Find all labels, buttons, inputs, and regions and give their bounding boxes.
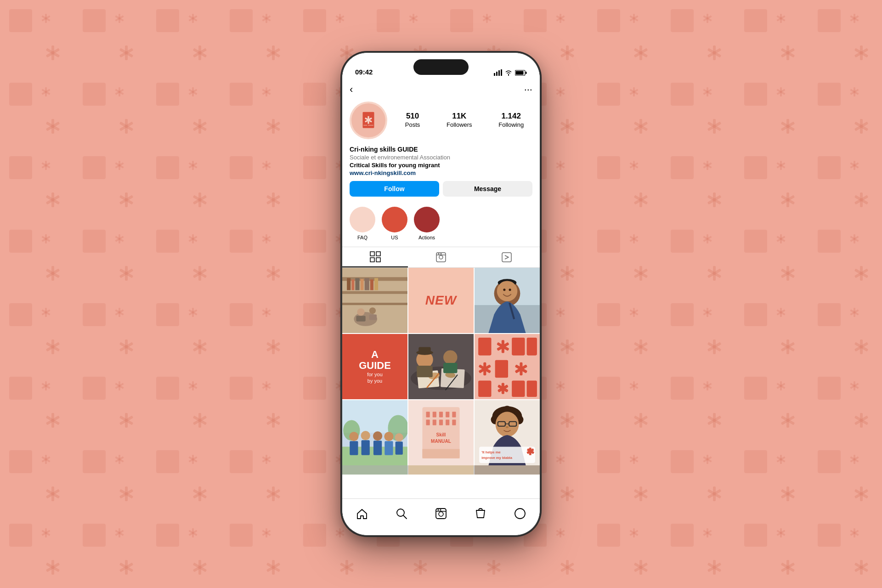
post-image-1 [342,268,407,333]
post-new-card: NEW [408,268,474,333]
svg-point-102 [384,432,393,441]
message-button[interactable]: Message [443,181,532,197]
svg-rect-11 [498,70,500,76]
tab-grid[interactable] [342,247,408,267]
home-icon [356,508,368,520]
post-pattern-card [475,334,540,399]
stat-followers[interactable]: 11K Followers [447,112,472,129]
stat-posts[interactable]: 510 Posts [405,112,420,129]
post-3[interactable] [475,268,540,333]
svg-rect-14 [516,71,524,74]
profile-nav-icon [514,508,526,520]
highlight-circle-us [382,207,407,232]
highlight-actions[interactable]: Actions [414,207,440,240]
svg-rect-22 [370,252,374,256]
post-guide-text: A GUIDE for youby you [355,345,395,388]
profile-header: 510 Posts 11K Followers 1.142 Following [342,100,540,202]
post-7[interactable] [342,400,407,465]
svg-rect-46 [356,316,365,321]
svg-rect-97 [350,441,358,455]
svg-point-145 [440,509,441,510]
svg-rect-42 [374,278,378,290]
reels-nav[interactable] [431,503,451,524]
profile-top: 510 Posts 11K Followers 1.142 Following [350,102,532,139]
svg-rect-85 [478,380,491,397]
back-button[interactable]: ‹ [350,84,353,96]
profile-nav[interactable] [510,503,530,524]
svg-point-144 [438,509,439,510]
svg-rect-35 [342,303,407,305]
svg-rect-81 [495,360,508,378]
tab-reels[interactable] [408,247,474,267]
search-icon [396,508,407,520]
instagram-content[interactable]: ‹ ··· [342,79,540,508]
post-manual-card: Skill MANUAL [408,400,474,465]
svg-rect-109 [433,412,436,417]
tab-tagged[interactable] [474,247,540,267]
svg-point-45 [369,307,376,314]
avatar-logo [357,109,380,132]
post-new-text: NEW [425,293,457,308]
svg-rect-24 [370,258,374,262]
svg-rect-34 [342,291,407,294]
status-time: 09:42 [355,68,373,76]
more-button[interactable]: ··· [524,84,532,96]
svg-point-100 [373,431,382,441]
posts-label: Posts [405,121,420,129]
svg-point-96 [349,432,358,441]
svg-rect-21 [368,125,373,125]
profile-name: Cri-nking skills GUIDE [350,146,532,153]
profile-link[interactable]: www.cri-nkingskill.com [350,170,532,176]
highlights-row: FAQ US Actions [342,202,540,247]
svg-rect-90 [527,380,537,397]
shop-icon [475,508,486,520]
reels-icon [435,252,447,263]
svg-rect-31 [502,253,511,262]
highlight-us[interactable]: US [382,207,407,240]
post-5[interactable] [408,334,474,399]
svg-rect-20 [363,125,367,125]
svg-rect-111 [446,412,449,417]
post-9[interactable]: 'It helps me improve my blabla [475,400,540,465]
highlight-faq[interactable]: FAQ [350,207,375,240]
stat-following[interactable]: 1.142 Following [498,112,524,129]
svg-point-69 [443,351,457,364]
avatar[interactable] [350,102,387,139]
svg-rect-70 [443,363,457,373]
search-nav[interactable] [391,503,412,524]
svg-point-132 [506,426,509,428]
svg-text:Skill: Skill [436,432,446,437]
svg-rect-10 [496,72,498,76]
status-icons [494,69,527,76]
svg-rect-110 [439,412,443,417]
guide-text-foryou: for youby you [359,371,391,384]
svg-rect-9 [494,73,495,76]
svg-rect-37 [351,279,354,290]
highlight-label-faq: FAQ [357,235,368,240]
svg-rect-115 [439,420,443,425]
shop-nav[interactable] [470,503,491,524]
follow-button[interactable]: Follow [350,181,439,197]
svg-rect-120 [422,449,459,458]
highlight-circle-faq [350,207,375,232]
profile-description: Critical Skills for young migrant [350,162,532,169]
svg-rect-72 [478,338,491,356]
svg-point-53 [497,281,518,301]
post-1[interactable] [342,268,407,333]
svg-rect-23 [376,252,380,256]
post-2[interactable]: NEW [408,268,474,333]
post-6[interactable] [475,334,540,399]
svg-rect-117 [452,420,456,425]
wifi-icon [505,69,512,76]
svg-point-27 [439,255,443,259]
svg-point-54 [503,288,505,291]
phone-frame: 09:42 [342,53,540,535]
bottom-nav [342,498,540,535]
post-8[interactable]: Skill MANUAL [408,400,474,465]
svg-point-29 [438,253,439,254]
post-4[interactable]: A GUIDE for youby you [342,334,407,399]
home-nav[interactable] [352,503,372,524]
svg-text:improve my blabla: improve my blabla [481,456,512,460]
post-image-7 [342,400,407,465]
grid-icon [370,251,381,262]
